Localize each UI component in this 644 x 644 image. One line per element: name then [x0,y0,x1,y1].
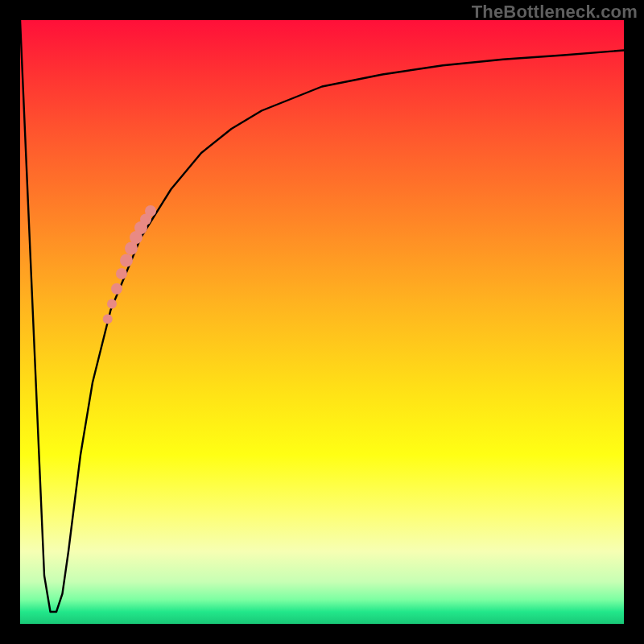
chart-svg [20,20,624,624]
highlight-dot [107,299,117,309]
plot-area [20,20,624,624]
highlight-dot [120,254,133,267]
chart-frame: TheBottleneck.com [0,0,644,644]
highlight-dot [103,314,113,324]
highlight-dot-group [103,205,156,324]
highlight-dot [145,205,156,217]
highlight-dot [116,268,127,279]
highlight-dot [111,283,122,295]
